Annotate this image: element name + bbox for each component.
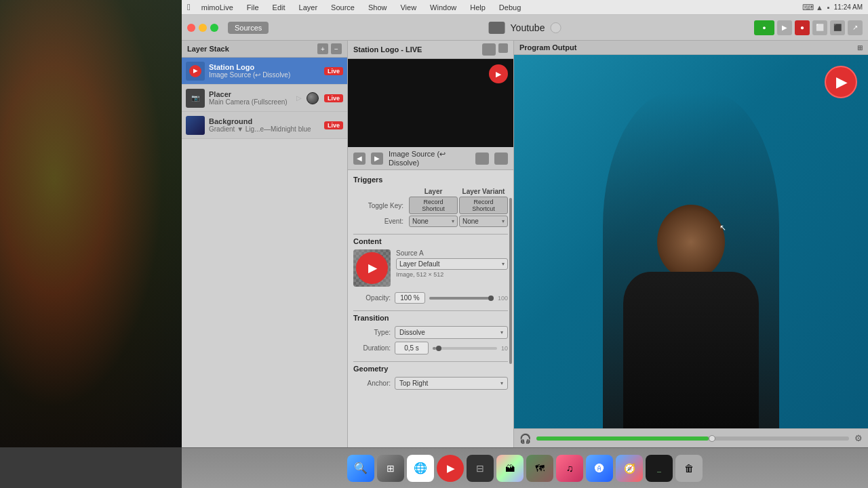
dock-grid[interactable]: ⊟ [467, 455, 494, 482]
layer-info-placer: Placer Main Camera (Fullscreen) [209, 90, 294, 106]
add-layer-button[interactable]: + [317, 43, 328, 54]
menu-bar-right: ⌨ ▲ ▪ 11:24 AM [802, 3, 863, 12]
toggle-key-variant-button[interactable]: Record Shortcut [459, 197, 508, 214]
apple-menu-icon[interactable]:  [187, 2, 191, 12]
volume-knob[interactable] [307, 92, 319, 104]
preview-toggle-button[interactable] [489, 22, 505, 34]
station-logo-preview-header: Station Logo - LIVE [348, 41, 513, 59]
toolbar-center: Youtube [489, 22, 561, 34]
menu-debug[interactable]: Debug [496, 2, 524, 13]
event-layer-chevron [452, 218, 454, 224]
menu-layer[interactable]: Layer [296, 2, 321, 13]
live-badge-background: Live [324, 121, 343, 129]
layer-thumb-background [186, 116, 205, 135]
source-a-select[interactable]: Layer Default [396, 258, 508, 270]
toolbar-btn-4[interactable]: ⬛ [830, 20, 845, 35]
expand-icon[interactable] [498, 43, 508, 53]
layer-item-station-logo[interactable]: ▶ Station Logo Image Source (↩ Dissolve)… [182, 58, 347, 85]
anchor-chevron [500, 380, 503, 386]
layer-thumb-station-logo: ▶ [186, 62, 205, 81]
dock-appstore[interactable]: 🅐 [586, 455, 613, 482]
audio-volume-slider[interactable] [536, 436, 849, 441]
dock-maps[interactable]: 🗺 [526, 455, 553, 482]
event-label: Event: [353, 218, 408, 225]
event-layer-select[interactable]: None [409, 216, 458, 227]
geometry-section: Geometry Anchor: Top Right [353, 365, 508, 390]
duration-slider-thumb[interactable] [436, 346, 441, 351]
toolbar: Sources Youtube ● ▶ ● ⬜ ⬛ ↗ [182, 15, 868, 41]
divider-1 [353, 234, 508, 235]
menu-view[interactable]: View [397, 2, 419, 13]
opacity-max: 100 [498, 295, 508, 302]
source-navigation: Image Source (↩ Dissolve) [348, 147, 513, 170]
dock-finder[interactable]: 🔍 [347, 455, 374, 482]
layer-col-header: Layer [409, 188, 458, 195]
transition-section: Transition Type: Dissolve Duration: 0,5 … [353, 314, 508, 354]
menu-mimolive[interactable]: mimoLive [199, 2, 236, 13]
layer-thumb-placer: 📷 [186, 89, 205, 108]
dock-photos[interactable]: 🏔 [496, 455, 524, 482]
toggle-key-layer-button[interactable]: Record Shortcut [409, 197, 458, 214]
opacity-label: Opacity: [353, 294, 391, 302]
opacity-slider-thumb[interactable] [488, 296, 494, 301]
preview-header-btn1[interactable] [482, 43, 496, 56]
expand-program-button[interactable]: ⊞ [857, 44, 863, 52]
record-button[interactable]: ● [795, 20, 810, 35]
menu-edit[interactable]: Edit [270, 2, 288, 13]
menu-clock: 11:24 AM [834, 3, 863, 11]
layer-item-background[interactable]: Background Gradient ▼ Lig...e—Midnight b… [182, 112, 347, 139]
close-button[interactable] [187, 24, 195, 32]
toolbar-right: ● ▶ ● ⬜ ⬛ ↗ [754, 20, 863, 35]
dock-terminal[interactable]: _ [646, 455, 673, 482]
layer-item-placer[interactable]: 📷 Placer Main Camera (Fullscreen) ▷ Live [182, 85, 347, 112]
layer-info-station-logo: Station Logo Image Source (↩ Dissolve) [209, 63, 321, 79]
go-live-button[interactable]: ● [754, 20, 774, 35]
minimize-button[interactable] [199, 24, 207, 32]
menu-bar:  mimoLive File Edit Layer Source Show V… [182, 0, 868, 15]
toolbar-btn-3[interactable]: ⬜ [812, 20, 827, 35]
program-video-area: ↖ ▶ [514, 55, 868, 428]
maximize-button[interactable] [210, 24, 218, 32]
toolbar-btn-1[interactable]: ▶ [777, 20, 792, 35]
dock-safari[interactable]: 🧭 [616, 455, 643, 482]
program-output-panel: Program Output ⊞ ↖ ▶ 🎧 [514, 41, 868, 447]
menu-file[interactable]: File [244, 2, 262, 13]
opacity-slider[interactable] [429, 297, 494, 300]
anchor-select[interactable]: Top Right [395, 377, 508, 390]
duration-input[interactable]: 0,5 s [395, 342, 429, 354]
camera-icon: 📷 [191, 94, 199, 102]
layer-stack-controls: + − [317, 43, 342, 54]
dock-mimo[interactable]: ▶ [437, 455, 464, 482]
toggle-key-label: Toggle Key: [353, 202, 408, 209]
duration-slider[interactable] [433, 347, 497, 350]
opacity-value[interactable]: 100 % [395, 292, 425, 304]
dock: 🔍 ⊞ 🌐 ▶ ⊟ 🏔 🗺 ♫ 🅐 🧭 _ 🗑 [182, 447, 868, 488]
transition-type-select[interactable]: Dissolve [395, 326, 508, 339]
menu-show[interactable]: Show [366, 2, 390, 13]
dock-music[interactable]: ♫ [556, 455, 583, 482]
menu-source[interactable]: Source [328, 2, 357, 13]
menu-help[interactable]: Help [467, 2, 488, 13]
properties-panel: Station Logo - LIVE ▶ Image Source (↩ Di… [348, 41, 514, 447]
audio-settings-icon[interactable]: ⚙ [854, 433, 863, 443]
delete-source-button[interactable] [494, 152, 508, 165]
toolbar-btn-5[interactable]: ↗ [848, 20, 863, 35]
dock-chrome[interactable]: 🌐 [407, 455, 434, 482]
dock-launchpad[interactable]: ⊞ [377, 455, 404, 482]
sources-button[interactable]: Sources [228, 22, 269, 34]
divider-3 [353, 361, 508, 362]
source-dimensions: Image, 512 × 512 [396, 271, 508, 278]
video-body [623, 272, 759, 428]
prev-source-button[interactable] [353, 152, 366, 165]
remove-layer-button[interactable]: − [331, 43, 342, 54]
mimo-logo-large: ▶ [825, 66, 857, 98]
next-source-button[interactable] [371, 152, 383, 165]
copy-source-button[interactable] [475, 152, 489, 165]
scroll-indicator [509, 198, 512, 364]
menu-window[interactable]: Window [427, 2, 459, 13]
dock-trash[interactable]: 🗑 [675, 455, 703, 482]
event-variant-select[interactable]: None [459, 216, 508, 227]
source-name-label: Image Source (↩ Dissolve) [389, 150, 470, 167]
audio-slider-thumb[interactable] [709, 435, 715, 442]
triggers-grid: Layer Layer Variant Toggle Key: Record S… [353, 188, 508, 227]
